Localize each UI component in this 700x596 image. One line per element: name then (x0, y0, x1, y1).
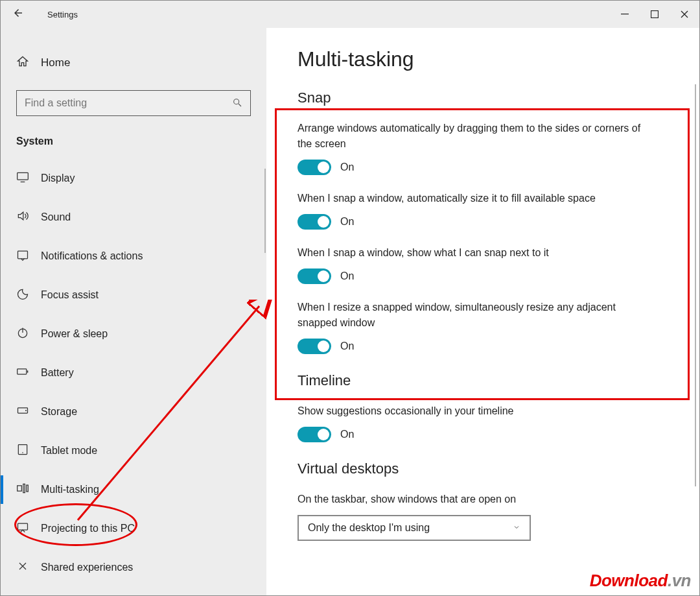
nav-item-shared-experiences[interactable]: Shared experiences (1, 548, 266, 587)
search-input[interactable] (25, 97, 232, 109)
setting-timeline-suggestions: Show suggestions occasionally in your ti… (298, 403, 668, 442)
arrow-left-icon (12, 7, 24, 19)
toggle-timeline-suggestions[interactable] (298, 427, 331, 442)
home-icon (16, 55, 36, 71)
svg-rect-1 (651, 11, 659, 18)
multitasking-icon (16, 482, 36, 498)
setting-desc: On the taskbar, show windows that are op… (298, 492, 648, 507)
setting-snap-autosize: When I snap a window, automatically size… (298, 191, 668, 230)
tablet-icon (16, 443, 36, 459)
sidebar: Home System Display Sound (1, 28, 266, 595)
toggle-state: On (340, 216, 354, 228)
minimize-icon (621, 10, 629, 18)
svg-line-3 (239, 104, 241, 106)
nav-label: Shared experiences (41, 562, 133, 573)
setting-desc: When I snap a window, automatically size… (298, 191, 648, 206)
svg-rect-16 (23, 484, 25, 492)
nav-item-notifications[interactable]: Notifications & actions (1, 237, 266, 276)
toggle-snap-autosize[interactable] (298, 214, 331, 230)
nav-label: Power & sleep (41, 328, 108, 340)
svg-rect-6 (18, 251, 28, 259)
nav-list: Display Sound Notifications & actions Fo… (1, 159, 266, 595)
notifications-icon (16, 248, 36, 265)
toggle-state: On (340, 161, 354, 173)
toggle-state: On (340, 340, 354, 352)
section-title-timeline: Timeline (298, 372, 668, 389)
close-button[interactable] (670, 1, 699, 28)
close-icon (681, 10, 688, 18)
maximize-icon (651, 10, 659, 18)
toggle-snap-resize-adjacent[interactable] (298, 339, 331, 354)
maximize-button[interactable] (640, 1, 670, 28)
nav-label: Battery (41, 367, 74, 379)
svg-rect-9 (18, 368, 27, 374)
toggle-snap-arrange[interactable] (298, 160, 331, 175)
window-title: Settings (47, 10, 78, 19)
chevron-down-icon (513, 523, 520, 533)
search-icon (232, 97, 242, 110)
main-content: Multi-tasking Snap Arrange windows autom… (266, 28, 699, 595)
category-label: System (1, 129, 266, 159)
nav-label: Multi-tasking (41, 484, 99, 495)
search-box[interactable] (16, 90, 251, 116)
setting-desc: Arrange windows automatically by draggin… (298, 121, 648, 152)
svg-point-2 (234, 99, 239, 104)
setting-virtual-taskbar: On the taskbar, show windows that are op… (298, 492, 668, 541)
display-icon (16, 171, 36, 187)
nav-label: Storage (41, 406, 77, 418)
svg-rect-17 (27, 485, 29, 492)
nav-label: Sound (41, 211, 71, 223)
storage-icon (16, 404, 36, 420)
battery-icon (16, 365, 36, 381)
power-icon (16, 326, 36, 342)
projecting-icon (16, 521, 36, 537)
home-label: Home (41, 56, 70, 69)
focus-assist-icon (16, 287, 36, 304)
shared-icon (16, 560, 36, 576)
nav-label: Display (41, 173, 75, 184)
nav-label: Projecting to this PC (41, 523, 135, 534)
setting-snap-resize-adjacent: When I resize a snapped window, simultan… (298, 300, 668, 354)
nav-item-tablet-mode[interactable]: Tablet mode (1, 431, 266, 470)
toggle-snap-show-next[interactable] (298, 268, 331, 284)
home-button[interactable]: Home (1, 47, 266, 78)
nav-item-multitasking[interactable]: Multi-tasking (1, 470, 266, 509)
svg-rect-4 (18, 173, 29, 180)
page-title: Multi-tasking (298, 47, 668, 71)
setting-desc: Show suggestions occasionally in your ti… (298, 403, 648, 419)
dropdown-value: Only the desktop I'm using (308, 522, 430, 534)
nav-item-sound[interactable]: Sound (1, 198, 266, 237)
nav-label: Notifications & actions (41, 250, 143, 262)
toggle-state: On (340, 429, 354, 440)
dropdown-virtual-taskbar[interactable]: Only the desktop I'm using (298, 515, 531, 541)
nav-item-projecting[interactable]: Projecting to this PC (1, 509, 266, 548)
nav-item-display[interactable]: Display (1, 159, 266, 198)
svg-rect-0 (621, 14, 629, 14)
back-button[interactable] (1, 7, 36, 22)
nav-item-battery[interactable]: Battery (1, 353, 266, 392)
nav-item-power-sleep[interactable]: Power & sleep (1, 315, 266, 353)
section-title-snap: Snap (298, 89, 668, 106)
svg-point-14 (22, 452, 23, 453)
sidebar-scrollbar[interactable] (264, 169, 266, 253)
sound-icon (16, 209, 36, 226)
svg-rect-10 (27, 370, 29, 372)
svg-point-12 (25, 410, 27, 411)
setting-snap-show-next: When I snap a window, show what I can sn… (298, 245, 668, 284)
minimize-button[interactable] (610, 1, 640, 28)
titlebar: Settings (1, 1, 699, 28)
nav-label: Focus assist (41, 289, 99, 301)
nav-label: Tablet mode (41, 445, 97, 457)
setting-desc: When I resize a snapped window, simultan… (298, 300, 648, 331)
svg-rect-18 (18, 523, 28, 530)
nav-item-storage[interactable]: Storage (1, 392, 266, 431)
nav-item-focus-assist[interactable]: Focus assist (1, 276, 266, 315)
svg-rect-15 (18, 485, 22, 490)
main-scrollbar[interactable] (695, 84, 696, 486)
section-title-virtual-desktops: Virtual desktops (298, 460, 668, 477)
toggle-state: On (340, 270, 354, 282)
setting-snap-arrange: Arrange windows automatically by draggin… (298, 121, 668, 175)
setting-desc: When I snap a window, show what I can sn… (298, 245, 648, 261)
